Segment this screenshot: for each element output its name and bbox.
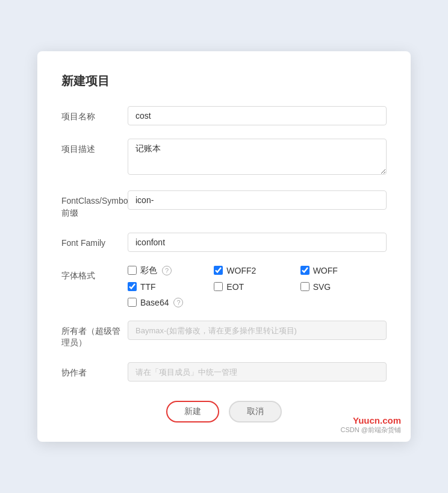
project-name-control	[128, 106, 387, 125]
checkbox-ttf[interactable]: TTF	[128, 282, 214, 292]
submit-button[interactable]: 新建	[166, 401, 219, 422]
checkbox-svg[interactable]: SVG	[300, 282, 387, 292]
checkbox-eot[interactable]: EOT	[214, 282, 300, 292]
checkbox-ttf-label: TTF	[140, 282, 156, 292]
owner-row: 所有者（超级管理员）	[61, 321, 387, 349]
checkbox-woff2-input[interactable]	[214, 266, 223, 275]
project-desc-input[interactable]: 记账本	[128, 139, 387, 175]
collaborator-row: 协作者	[61, 362, 387, 382]
watermark-top: Yuucn.com	[341, 415, 401, 425]
font-format-control: 彩色 ? WOFF2 WOFF TTF EOT	[128, 265, 387, 307]
font-format-row: 字体格式 彩色 ? WOFF2 WOFF TTF	[61, 265, 387, 307]
collaborator-label: 协作者	[61, 362, 128, 379]
dialog: 新建项目 项目名称 项目描述 记账本 FontClass/Symbol 前缀 F…	[37, 51, 411, 441]
font-family-row: Font Family	[61, 233, 387, 252]
button-row: 新建 取消	[61, 401, 387, 422]
checkbox-color[interactable]: 彩色 ?	[128, 265, 214, 276]
project-desc-control: 记账本	[128, 139, 387, 177]
checkbox-group: 彩色 ? WOFF2 WOFF TTF EOT	[128, 265, 387, 307]
font-format-label: 字体格式	[61, 265, 128, 282]
checkbox-eot-label: EOT	[226, 282, 244, 292]
checkbox-ttf-input[interactable]	[128, 282, 137, 291]
collaborator-control	[128, 362, 387, 382]
watermark-bottom: CSDN @前端杂货铺	[341, 425, 401, 435]
watermark: Yuucn.com CSDN @前端杂货铺	[341, 415, 401, 435]
project-name-label: 项目名称	[61, 106, 128, 123]
base64-help-icon[interactable]: ?	[173, 298, 183, 307]
checkbox-woff-input[interactable]	[300, 266, 310, 275]
owner-input	[128, 321, 387, 340]
font-family-input[interactable]	[128, 233, 387, 252]
checkbox-woff2-label: WOFF2	[226, 266, 256, 275]
checkbox-base64-input[interactable]	[128, 298, 137, 307]
checkbox-woff2[interactable]: WOFF2	[214, 265, 300, 276]
dialog-title: 新建项目	[61, 73, 387, 89]
checkbox-eot-input[interactable]	[214, 282, 223, 291]
checkbox-svg-label: SVG	[313, 282, 331, 292]
project-name-row: 项目名称	[61, 106, 387, 125]
owner-label: 所有者（超级管理员）	[61, 321, 128, 349]
project-desc-row: 项目描述 记账本	[61, 139, 387, 177]
checkbox-base64[interactable]: Base64 ?	[128, 298, 214, 307]
cancel-button[interactable]: 取消	[229, 401, 282, 422]
font-class-label: FontClass/Symbol 前缀	[61, 190, 128, 219]
checkbox-base64-label: Base64	[140, 298, 169, 307]
project-desc-label: 项目描述	[61, 139, 128, 155]
checkbox-svg-input[interactable]	[300, 282, 310, 291]
font-class-row: FontClass/Symbol 前缀	[61, 190, 387, 219]
collaborator-input	[128, 362, 387, 382]
owner-control	[128, 321, 387, 340]
project-name-input[interactable]	[128, 106, 387, 125]
checkbox-color-input[interactable]	[128, 266, 137, 275]
font-family-label: Font Family	[61, 233, 128, 250]
color-help-icon[interactable]: ?	[162, 266, 172, 275]
checkbox-color-label: 彩色	[140, 265, 157, 276]
font-class-control	[128, 190, 387, 210]
checkbox-woff-label: WOFF	[313, 266, 338, 275]
font-family-control	[128, 233, 387, 252]
font-class-input[interactable]	[128, 190, 387, 210]
checkbox-woff[interactable]: WOFF	[300, 265, 387, 276]
